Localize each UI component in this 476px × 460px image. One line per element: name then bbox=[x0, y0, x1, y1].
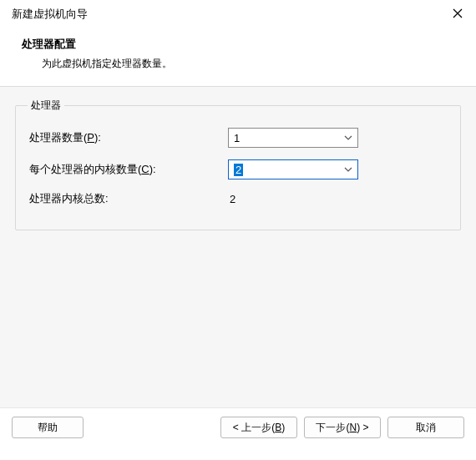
processor-count-label: 处理器数量(P): bbox=[29, 130, 228, 145]
row-cores-per-processor: 每个处理器的内核数量(C): 2 bbox=[29, 159, 447, 179]
cores-per-processor-value: 2 bbox=[234, 164, 243, 176]
content-area: 处理器 处理器数量(P): 1 每个处理器的内核数量(C): 2 bbox=[0, 87, 476, 407]
close-icon bbox=[453, 8, 463, 21]
total-cores-value: 2 bbox=[228, 193, 235, 205]
page-title: 处理器配置 bbox=[22, 37, 454, 52]
back-button[interactable]: < 上一步(B) bbox=[220, 417, 297, 438]
page-subtitle: 为此虚拟机指定处理器数量。 bbox=[22, 57, 454, 71]
cores-per-processor-select[interactable]: 2 bbox=[228, 159, 358, 179]
processor-group: 处理器 处理器数量(P): 1 每个处理器的内核数量(C): 2 bbox=[15, 99, 461, 230]
close-button[interactable] bbox=[451, 8, 464, 21]
help-button[interactable]: 帮助 bbox=[12, 417, 84, 438]
chevron-down-icon bbox=[344, 165, 352, 174]
cancel-button[interactable]: 取消 bbox=[387, 417, 464, 438]
window-title: 新建虚拟机向导 bbox=[12, 7, 88, 22]
processor-count-select[interactable]: 1 bbox=[228, 128, 358, 148]
row-total-cores: 处理器内核总数: 2 bbox=[29, 191, 447, 206]
row-processor-count: 处理器数量(P): 1 bbox=[29, 128, 447, 148]
chevron-down-icon bbox=[344, 134, 352, 142]
group-legend: 处理器 bbox=[28, 99, 64, 113]
cores-per-processor-label: 每个处理器的内核数量(C): bbox=[29, 162, 228, 177]
processor-count-value: 1 bbox=[234, 132, 240, 144]
titlebar: 新建虚拟机向导 bbox=[0, 0, 476, 28]
total-cores-label: 处理器内核总数: bbox=[29, 191, 228, 206]
next-button[interactable]: 下一步(N) > bbox=[304, 417, 381, 438]
wizard-footer: 帮助 < 上一步(B) 下一步(N) > 取消 bbox=[0, 407, 476, 450]
wizard-header: 处理器配置 为此虚拟机指定处理器数量。 bbox=[0, 28, 476, 87]
